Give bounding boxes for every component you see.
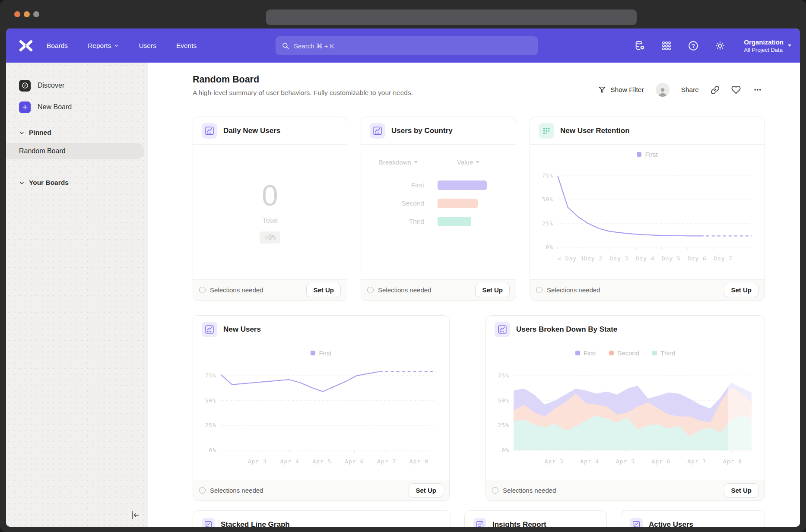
svg-text:Apr 6: Apr 6 (345, 458, 364, 465)
legend-swatch (311, 351, 315, 355)
bar-row: Third (361, 217, 516, 226)
card-title: New Users (223, 325, 261, 334)
data-management-icon[interactable] (634, 40, 645, 51)
help-icon[interactable]: ? (688, 40, 699, 51)
share-button[interactable]: Share (681, 86, 699, 94)
sidebar-item-new-board[interactable]: New Board (19, 100, 148, 114)
card-daily-new-users: Daily New Users 0 Total ↑0% Selections n… (193, 117, 347, 301)
bar-first (438, 180, 487, 190)
favorite-heart-icon[interactable] (731, 85, 741, 95)
nav-link-users[interactable]: Users (139, 42, 156, 50)
card-title: Insights Report (492, 520, 546, 527)
svg-text:25%: 25% (498, 422, 509, 428)
nav-link-reports[interactable]: Reports (88, 42, 119, 50)
legend-swatch (609, 351, 614, 355)
nav-link-label: Users (139, 42, 156, 50)
svg-text:50%: 50% (542, 196, 553, 203)
card-footer: Selections needed Set Up (361, 279, 516, 300)
compass-icon (19, 80, 31, 92)
nav-link-boards[interactable]: Boards (47, 42, 68, 50)
mixpanel-logo-icon[interactable] (18, 38, 34, 54)
card-title: Daily New Users (223, 127, 280, 135)
sidebar-section-your-boards[interactable]: Your Boards (19, 177, 148, 189)
svg-text:Apr 7: Apr 7 (377, 458, 396, 465)
chevron-down-icon (476, 161, 479, 163)
card-insights-report: Insights Report (464, 510, 607, 527)
search-input[interactable] (294, 42, 532, 50)
chevron-down-icon (19, 130, 25, 136)
org-name: Organization (744, 38, 784, 47)
show-filter-button[interactable]: Show Filter (598, 86, 644, 94)
status-radio-icon (492, 487, 498, 494)
org-switcher[interactable]: Organization All Project Data (744, 38, 791, 53)
svg-text:Day 4: Day 4 (636, 255, 655, 262)
bar-row: Second (361, 199, 516, 208)
nav-right-cluster: ? Organization All Project Data (634, 28, 791, 63)
apps-grid-icon[interactable] (661, 40, 672, 51)
zoom-window-button[interactable] (33, 11, 39, 17)
card-footer: Selections needed Set Up (193, 480, 449, 500)
svg-text:0%: 0% (501, 447, 509, 453)
card-title: Stacked Line Graph (221, 520, 290, 527)
insights-chart-icon (370, 123, 385, 139)
status-text: Selections needed (547, 286, 600, 294)
minimize-window-button[interactable] (24, 11, 30, 17)
page-subtitle: A high-level summary of user behaviors. … (193, 89, 413, 97)
window-titlebar (0, 0, 806, 28)
section-label: Your Boards (29, 179, 69, 187)
card-users-by-country: Users by Country Breakdown Value First (361, 117, 516, 301)
svg-text:50%: 50% (498, 397, 509, 404)
status-radio-icon (199, 287, 206, 293)
legend-label: Third (660, 349, 675, 357)
copy-link-icon[interactable] (711, 86, 720, 95)
status-text: Selections needed (210, 487, 263, 494)
svg-text:Day 2: Day 2 (584, 255, 603, 262)
status-text: Selections needed (210, 286, 263, 294)
global-search[interactable] (276, 36, 538, 55)
dropdown-label: Value (457, 158, 473, 166)
status-radio-icon (367, 287, 374, 293)
set-up-button[interactable]: Set Up (475, 283, 510, 297)
chevron-down-icon (788, 44, 791, 47)
svg-text:Apr 5: Apr 5 (312, 458, 331, 465)
bar-row: First (361, 180, 516, 190)
set-up-button[interactable]: Set Up (724, 483, 758, 497)
collapse-sidebar-icon[interactable] (130, 510, 141, 521)
card-users-by-state: Users Broken Down By State First Second … (486, 315, 765, 501)
more-options-icon[interactable] (752, 86, 763, 94)
svg-text:25%: 25% (542, 220, 553, 227)
state-stacked-area-chart: 75%50%25%0%Apr 3Apr 4Apr 5Apr 6Apr 7Apr … (491, 361, 758, 468)
insights-chart-icon (202, 518, 215, 527)
chart-legend: First (530, 151, 765, 158)
legend-label: Second (617, 349, 639, 357)
close-window-button[interactable] (14, 11, 20, 17)
chevron-down-icon (114, 43, 119, 48)
set-up-button[interactable]: Set Up (724, 283, 758, 297)
address-bar[interactable] (266, 10, 637, 25)
legend-label: First (319, 349, 331, 357)
nav-link-label: Events (176, 42, 197, 50)
svg-text:Apr 4: Apr 4 (580, 458, 599, 465)
sidebar-item-discover[interactable]: Discover (19, 78, 148, 93)
board-name: Random Board (19, 147, 66, 155)
retention-dots-icon (539, 123, 554, 139)
sidebar-item-random-board[interactable]: Random Board (6, 143, 144, 159)
svg-text:50%: 50% (205, 397, 216, 404)
card-new-user-retention: New User Retention First 75%50%25%0%< Da… (530, 117, 765, 301)
avatar[interactable] (656, 83, 670, 97)
set-up-button[interactable]: Set Up (306, 283, 341, 297)
card-footer: Selections needed Set Up (193, 279, 347, 300)
card-footer: Selections needed Set Up (486, 480, 765, 500)
set-up-button[interactable]: Set Up (409, 483, 443, 497)
nav-link-label: Reports (88, 42, 111, 50)
card-stacked-line-graph: Stacked Line Graph (193, 510, 451, 527)
legend-label: First (645, 151, 657, 158)
settings-gear-icon[interactable] (714, 40, 726, 51)
breakdown-dropdown[interactable]: Breakdown (379, 158, 418, 166)
value-dropdown[interactable]: Value (457, 158, 479, 166)
new-users-line-chart: 75%50%25%0%Apr 3Apr 4Apr 5Apr 6Apr 7Apr … (198, 361, 443, 468)
sidebar-section-pinned[interactable]: Pinned (19, 127, 148, 139)
legend-swatch (575, 351, 580, 355)
svg-text:75%: 75% (498, 372, 509, 379)
nav-link-events[interactable]: Events (176, 42, 197, 50)
